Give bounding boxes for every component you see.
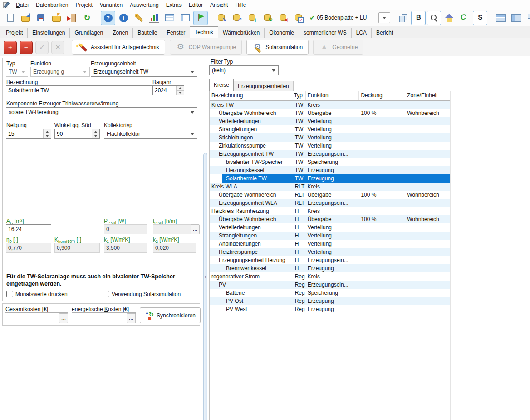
house-button[interactable] <box>442 11 456 25</box>
menu-item-varianten[interactable]: Varianten <box>96 0 126 10</box>
winkel-stepper[interactable] <box>54 129 100 139</box>
table-row[interactable]: VerteilerleitungenHVerteilung <box>210 223 450 232</box>
table-row[interactable]: BatterieRegSpeicherung <box>210 289 450 297</box>
table-button[interactable] <box>162 11 177 25</box>
table-row[interactable]: Kreis WLARLTKreis <box>210 183 450 191</box>
menu-item-auswertung[interactable]: Auswertung <box>126 0 162 10</box>
menu-item-extras[interactable]: Extras <box>162 0 185 10</box>
db-import-button[interactable] <box>214 11 229 25</box>
tab-fenster[interactable]: Fenster <box>162 28 191 38</box>
assistent-für-anlagentechnik-button[interactable]: Assistent für Anlagentechnik <box>72 40 165 55</box>
ac-input[interactable] <box>6 224 51 234</box>
column-header-typ[interactable]: Typ <box>292 91 306 100</box>
table-row[interactable]: StichleitungenTWVerteilung <box>210 133 450 142</box>
baujahr-stepper[interactable] <box>152 85 184 95</box>
tab-erzeugungseinheiten[interactable]: Erzeugungseinheiten <box>233 81 294 91</box>
exit-button[interactable] <box>64 11 79 25</box>
tab-bericht[interactable]: Bericht <box>371 28 398 38</box>
table-row[interactable]: Übergabe WohnbereichRLTÜbergabe100 %Wohn… <box>210 191 450 199</box>
synchronisieren-button[interactable]: ▲↻ Synchronisieren <box>140 307 201 323</box>
menu-item-datei[interactable]: Datei <box>12 0 32 10</box>
table-row[interactable]: StrangleitungenTWVerteilung <box>210 125 450 133</box>
flag-button[interactable] <box>193 11 208 25</box>
table-row[interactable]: BrennwertkesselHErzeugung <box>210 264 450 272</box>
solarsimulation-button[interactable]: Solarsimulation <box>246 40 309 55</box>
help-button[interactable] <box>101 11 115 25</box>
solarsimulation-checkbox[interactable]: Verwendung Solarsimulation <box>103 291 181 297</box>
table-row[interactable]: Solarthermie TWTWErzeugung <box>210 174 450 183</box>
copy-button[interactable] <box>396 11 410 25</box>
tab-sommerlicher-ws[interactable]: sommerlicher WS <box>299 28 352 38</box>
tab-wärmebrücken[interactable]: Wärmebrücken <box>218 28 265 38</box>
magnifier-button[interactable] <box>427 11 441 25</box>
table-row[interactable]: PV OstRegErzeugung <box>210 297 450 305</box>
save-button[interactable] <box>34 11 48 25</box>
table-row[interactable]: PVRegErzeugungsein... <box>210 281 450 289</box>
db-refresh-button[interactable] <box>260 11 275 25</box>
funktion-combo[interactable]: Erzeugung g <box>30 67 90 77</box>
open-project-button[interactable] <box>18 11 33 25</box>
menu-item-editor[interactable]: Editor <box>185 0 206 10</box>
cascade-button[interactable] <box>525 11 530 25</box>
menu-item-ansicht[interactable]: Ansicht <box>206 0 231 10</box>
komponente-combo[interactable]: solare TW-Bereitung <box>6 107 197 117</box>
db-delete-button[interactable] <box>276 11 290 25</box>
table-row[interactable]: StrangleitungenHVerteilung <box>210 232 450 240</box>
neigung-stepper[interactable] <box>6 129 51 139</box>
erzeugungseinheit-combo[interactable]: Erzeugungseinheit TW <box>91 67 197 77</box>
tile-vertical-button[interactable] <box>509 11 524 25</box>
table-row[interactable]: HeizkreispumpeHVerteilung <box>210 248 450 256</box>
refresh-button[interactable] <box>80 11 94 25</box>
tab-lca[interactable]: LCA <box>351 28 372 38</box>
table-row[interactable]: Übergabe WohnbereichTWÜbergabe100 %Wohnb… <box>210 109 450 117</box>
tpsol-ellipsis-button[interactable]: … <box>191 224 200 234</box>
spin-up-button[interactable] <box>92 129 99 134</box>
letter-s-button[interactable] <box>473 11 487 25</box>
typ-combo[interactable]: TW <box>6 67 28 77</box>
menu-item-projekt[interactable]: Projekt <box>72 0 96 10</box>
table-row[interactable]: Heizkreis RaumheizungHKreis <box>210 207 450 215</box>
energy-button[interactable] <box>457 11 472 25</box>
tab-bauteile[interactable]: Bauteile <box>132 28 162 38</box>
add-button[interactable]: + <box>4 41 17 54</box>
collapse-left-icon[interactable]: ‹ <box>204 274 207 279</box>
bold-button[interactable] <box>411 11 426 25</box>
tab-zonen[interactable]: Zonen <box>108 28 133 38</box>
menu-item-hilfe[interactable]: Hilfe <box>231 0 250 10</box>
table-row[interactable]: AnbindeleitungenHVerteilung <box>210 240 450 248</box>
table-row[interactable]: Erzeugungseinheit WLARLTErzeugungsein... <box>210 199 450 207</box>
energetische-kosten-input[interactable] <box>72 312 136 323</box>
table-row[interactable]: regenerativer StromRegKreis <box>210 272 450 281</box>
column-header-bezeichnung[interactable]: Bezeichnung <box>210 91 292 100</box>
tab-grundlagen[interactable]: Grundlagen <box>69 28 108 38</box>
spin-down-button[interactable] <box>177 90 184 95</box>
table-row[interactable]: Übergabe WohnbereichHÜbergabe100 %Wohnbe… <box>210 215 450 223</box>
db-export-button[interactable] <box>230 11 244 25</box>
spin-down-button[interactable] <box>92 134 99 139</box>
variant-dropdown-button[interactable] <box>378 12 390 23</box>
tab-kreise[interactable]: Kreise <box>209 79 234 91</box>
column-header-deckung[interactable]: Deckung <box>359 91 405 100</box>
list-button[interactable] <box>178 11 192 25</box>
table-row[interactable]: VerteilerleitungenTWVerteilung <box>210 117 450 125</box>
new-document-button[interactable] <box>3 11 17 25</box>
panel-splitter[interactable]: ‹ <box>203 153 207 420</box>
spin-up-button[interactable] <box>177 86 184 90</box>
column-header-funktion[interactable]: Funktion <box>306 91 359 100</box>
table-row[interactable]: PV WestRegErzeugung <box>210 305 450 313</box>
tab-ökonomie[interactable]: Ökonomie <box>264 28 299 38</box>
spin-down-button[interactable] <box>44 134 51 139</box>
tab-einstellungen[interactable]: Einstellungen <box>27 28 70 38</box>
wrench-button[interactable] <box>132 11 146 25</box>
chart-button[interactable] <box>147 11 162 25</box>
table-row[interactable]: Erzeugungseinheit TWTWErzeugungsein... <box>210 150 450 158</box>
bezeichnung-input[interactable] <box>6 85 152 95</box>
info-button[interactable] <box>116 11 131 25</box>
tab-projekt[interactable]: Projekt <box>1 28 28 38</box>
gesamtkosten-ellipsis-button[interactable]: … <box>59 313 68 323</box>
menu-item-datenbanken[interactable]: Datenbanken <box>32 0 72 10</box>
table-row[interactable]: ZirkulationsspumpeTWVerteilung <box>210 142 450 150</box>
tile-horizontal-button[interactable] <box>494 11 508 25</box>
table-row[interactable]: Erzeugungseinheit HeizungHErzeugungsein.… <box>210 256 450 264</box>
monatswerte-checkbox[interactable]: Monatswerte drucken <box>6 291 68 297</box>
